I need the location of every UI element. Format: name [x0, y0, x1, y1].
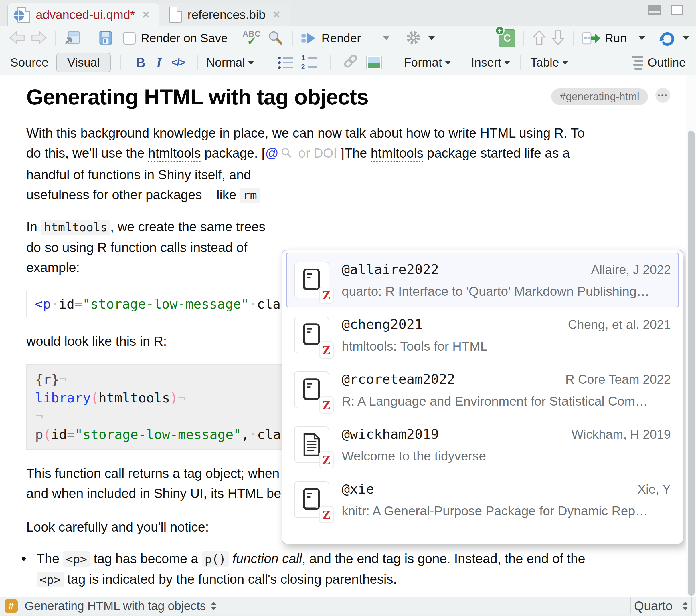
citation-author: Xie, Y	[637, 482, 671, 497]
vertical-scrollbar[interactable]	[686, 75, 696, 597]
visual-mode-button[interactable]: Visual	[57, 53, 111, 72]
document-format-selector[interactable]: Quarto	[630, 597, 692, 614]
citation-item[interactable]: Z @rcoreteam2022R Core Team 2022 R: A La…	[286, 362, 679, 417]
render-options-caret-icon[interactable]	[383, 36, 390, 40]
toolbar-separator	[121, 55, 121, 70]
spellcheck-button[interactable]: ABC ✓	[243, 30, 261, 47]
citation-key: @wickham2019	[342, 426, 439, 442]
citation-author: Cheng, et al. 2021	[568, 318, 671, 332]
settings-caret-icon[interactable]	[428, 36, 435, 40]
book-icon	[301, 268, 322, 292]
citation-item[interactable]: Z @cheng2021Cheng, et al. 2021 htmltools…	[286, 307, 679, 362]
run-icon	[582, 30, 601, 46]
reference-icon-box: Z	[294, 262, 329, 298]
scrollbar-thumb[interactable]	[688, 131, 695, 596]
insert-menu[interactable]: Insert	[471, 56, 501, 69]
citation-item[interactable]: Z @allaire2022Allaire, J 2022 quarto: R …	[286, 253, 679, 307]
find-replace-button[interactable]	[267, 30, 283, 47]
run-button[interactable]: Run	[580, 30, 629, 46]
table-caret-icon[interactable]	[562, 61, 568, 65]
format-caret-icon[interactable]	[445, 61, 451, 65]
editor-canvas[interactable]: Generating HTML with tag objects #genera…	[0, 75, 696, 597]
forward-button[interactable]	[30, 30, 48, 46]
citation-title: knitr: A General-Purpose Package for Dyn…	[342, 504, 671, 518]
zotero-badge-icon: Z	[320, 507, 333, 522]
paragraph-style-dropdown[interactable]: Normal	[206, 56, 245, 69]
style-caret-icon[interactable]	[248, 61, 254, 65]
text-line: do this, we'll use the htmltools package…	[26, 143, 670, 165]
section-navigator[interactable]: Generating HTML with tag objects	[25, 599, 206, 613]
citation-search-icon	[280, 145, 293, 165]
run-label: Run	[605, 31, 627, 45]
reference-icon-box: Z	[294, 481, 329, 518]
text-line: The <p> tag has become a p() function ca…	[37, 549, 670, 569]
toolbar-separator	[292, 31, 293, 46]
insert-chunk-button[interactable]: C +	[499, 29, 516, 47]
toolbar-separator	[520, 55, 521, 70]
outline-toggle-button[interactable]: Outline	[648, 56, 686, 69]
italic-button[interactable]: I	[156, 55, 162, 71]
rerun-caret-icon[interactable]	[683, 36, 689, 40]
open-in-new-window-button[interactable]	[64, 30, 81, 47]
editor-tab-bar: advanced-ui.qmd* × references.bib ×	[0, 0, 696, 26]
inline-code: p()	[202, 551, 229, 567]
toolbar-separator	[330, 55, 331, 70]
settings-button[interactable]	[406, 30, 421, 47]
bullet-dot-icon	[278, 56, 281, 59]
heading-options-button[interactable]: •••	[655, 88, 670, 103]
run-options-caret-icon[interactable]	[639, 36, 645, 40]
insert-image-button[interactable]	[366, 56, 382, 69]
zotero-badge-icon: Z	[320, 287, 333, 303]
render-button[interactable]: Render	[299, 31, 363, 46]
tab-advanced-ui-qmd[interactable]: advanced-ui.qmd* ×	[7, 3, 159, 26]
citation-key: @xie	[342, 481, 374, 497]
rerun-button[interactable]	[659, 30, 675, 47]
insert-caret-icon[interactable]	[504, 61, 510, 65]
insert-link-button[interactable]	[343, 53, 359, 72]
book-icon	[301, 377, 322, 402]
back-button[interactable]	[9, 30, 26, 46]
citation-key: @rcoreteam2022	[342, 371, 455, 387]
save-button[interactable]	[98, 30, 114, 47]
heading-hash-icon: #	[4, 599, 18, 613]
code-button[interactable]: </>	[171, 56, 185, 69]
section-selector-arrows-icon[interactable]	[211, 602, 217, 610]
numbered-list-button[interactable]: 1 2	[301, 55, 317, 70]
citation-text: @allaire2022Allaire, J 2022 quarto: R In…	[342, 261, 671, 299]
go-to-next-section-button[interactable]	[551, 30, 565, 47]
popout-window-icon	[64, 30, 81, 46]
go-to-previous-section-button[interactable]	[532, 30, 546, 47]
tab-references-bib[interactable]: references.bib ×	[159, 3, 290, 26]
citation-author: R Core Team 2022	[566, 372, 671, 387]
table-menu[interactable]: Table	[530, 56, 559, 69]
citation-item[interactable]: Z @xieXie, Y knitr: A General-Purpose Pa…	[286, 472, 679, 527]
toolbar-separator	[573, 31, 574, 46]
citation-item[interactable]: Z @wickham2019Wickham, H 2019 Welcome to…	[286, 417, 679, 472]
reference-icon-box: Z	[294, 426, 329, 463]
list-item: The <p> tag has become a p() function ca…	[26, 549, 670, 590]
format-menu[interactable]: Format	[404, 56, 442, 69]
down-arrow-icon	[551, 30, 565, 46]
bullet-marker-icon	[22, 556, 26, 561]
inline-code: htmltools	[41, 220, 110, 235]
zotero-badge-icon: Z	[320, 397, 333, 413]
spellcheck-check-icon: ✓	[247, 35, 257, 47]
minimize-icon[interactable]	[648, 4, 661, 15]
render-label: Render	[321, 31, 361, 45]
maximize-icon[interactable]	[671, 4, 683, 15]
bullet-dot-icon	[278, 66, 281, 69]
window-buttons	[648, 4, 683, 15]
text-line: In htmltools, we create the same trees	[26, 217, 670, 237]
link-icon	[343, 53, 359, 69]
text-line: With this background knowledge in place,…	[26, 123, 670, 143]
bullet-list-button[interactable]	[278, 56, 293, 69]
render-on-save-checkbox[interactable]	[123, 32, 136, 45]
bold-button[interactable]: B	[136, 55, 145, 70]
close-icon[interactable]: ×	[273, 8, 280, 21]
source-mode-button[interactable]: Source	[10, 56, 48, 69]
paragraph-1: With this background knowledge in place,…	[26, 123, 670, 205]
citation-title: htmltools: Tools for HTML	[342, 339, 671, 354]
close-icon[interactable]: ×	[143, 8, 150, 22]
number-one-icon: 1	[301, 55, 305, 62]
tab-label: references.bib	[188, 8, 266, 22]
